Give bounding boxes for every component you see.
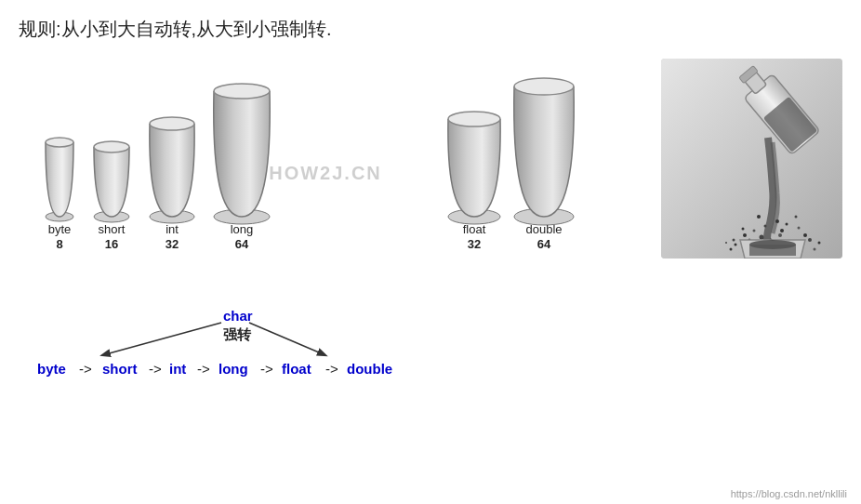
forced-label-text: 强转	[223, 326, 252, 342]
int-number: 32	[166, 237, 179, 251]
svg-point-32	[803, 233, 807, 237]
svg-point-1	[46, 138, 73, 147]
char-left-arrow	[102, 323, 221, 355]
chain-short: short	[102, 361, 138, 377]
svg-point-37	[730, 248, 733, 251]
double-label: double	[525, 222, 562, 236]
pouring-svg	[661, 59, 842, 259]
svg-rect-34	[749, 245, 796, 256]
svg-point-22	[760, 235, 764, 240]
conversion-wrapper: char 强转 byte -> short -> int -> long -> …	[19, 304, 842, 391]
chain-arrow2: ->	[149, 361, 162, 377]
bottom-cup	[740, 240, 805, 259]
svg-point-3	[94, 141, 129, 153]
svg-point-19	[775, 219, 779, 223]
main-container: 规则:从小到大自动转,从大到小强制转. byte 8	[0, 0, 861, 504]
char-label-text: char	[223, 308, 253, 324]
short-cup-group: short 16	[94, 141, 129, 251]
byte-label: byte	[48, 222, 72, 236]
svg-point-27	[742, 228, 745, 231]
svg-point-7	[214, 84, 270, 99]
chain-arrow4: ->	[260, 361, 273, 377]
url-text: https://blog.csdn.net/nkllili	[731, 488, 847, 499]
int-label: int	[166, 222, 179, 236]
chain-float: float	[282, 361, 311, 377]
conversion-svg: char 强转 byte -> short -> int -> long -> …	[19, 304, 809, 388]
svg-point-24	[778, 233, 782, 237]
chain-arrow5: ->	[325, 361, 338, 377]
chain-int: int	[169, 361, 186, 377]
svg-point-35	[735, 244, 737, 246]
pouring-photo	[661, 59, 842, 259]
short-label: short	[99, 222, 126, 236]
svg-point-38	[814, 248, 816, 251]
diagram-section: byte 8 short 16 int 32	[19, 59, 842, 276]
short-number: 16	[105, 237, 118, 251]
cups-svg: byte 8 short 16 int 32	[19, 59, 651, 272]
chain-double: double	[347, 361, 392, 377]
chain-byte: byte	[37, 361, 66, 377]
svg-point-17	[757, 215, 761, 219]
float-cup-group: float 32	[448, 112, 500, 251]
svg-point-31	[733, 239, 735, 242]
byte-cup-group: byte 8	[46, 138, 73, 251]
long-label: long	[231, 222, 254, 236]
watermark: HOW2J.CN	[269, 163, 382, 183]
svg-point-20	[753, 230, 756, 232]
double-number: 64	[537, 237, 551, 251]
svg-point-30	[798, 227, 801, 230]
chain-long: long	[219, 361, 248, 377]
long-number: 64	[235, 237, 249, 251]
svg-point-40	[818, 242, 821, 245]
svg-point-28	[795, 216, 798, 219]
svg-point-29	[743, 233, 747, 237]
long-cup-group: long 64	[214, 84, 271, 251]
svg-point-36	[808, 238, 812, 242]
int-cup-group: int 32	[150, 117, 194, 251]
char-right-arrow	[249, 323, 325, 355]
byte-number: 8	[56, 237, 62, 251]
float-number: 32	[468, 237, 481, 251]
chain-arrow3: ->	[197, 361, 210, 377]
svg-point-26	[786, 223, 788, 226]
double-cup-group: double 64	[514, 78, 574, 251]
svg-point-5	[150, 117, 194, 130]
svg-point-21	[780, 229, 784, 232]
svg-point-39	[725, 242, 727, 244]
rule-text: 规则:从小到大自动转,从大到小强制转.	[19, 17, 842, 42]
svg-point-9	[448, 112, 500, 126]
chain-arrow1: ->	[79, 361, 92, 377]
svg-point-18	[764, 225, 767, 228]
float-label: float	[463, 222, 486, 236]
svg-point-11	[514, 78, 574, 95]
